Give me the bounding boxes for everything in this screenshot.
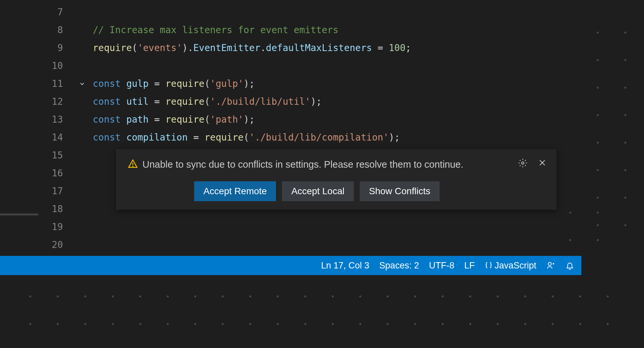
- code-line[interactable]: 7: [0, 3, 644, 21]
- show-conflicts-button[interactable]: Show Conflicts: [360, 181, 440, 201]
- line-number: 11: [0, 75, 76, 93]
- line-number: 9: [0, 39, 76, 57]
- code-content[interactable]: const path = require('path');: [76, 111, 255, 129]
- code-line[interactable]: 14const compilation = require('./build/l…: [0, 129, 644, 146]
- decorative-dots: [557, 199, 600, 259]
- line-number: 10: [0, 57, 76, 75]
- code-line[interactable]: 10: [0, 57, 644, 75]
- braces-icon: [485, 261, 493, 269]
- decorative-dots: [17, 283, 623, 342]
- line-number: 14: [0, 129, 76, 146]
- code-line[interactable]: 19: [0, 218, 644, 236]
- bell-icon[interactable]: [565, 261, 574, 270]
- line-number: 20: [0, 236, 76, 254]
- encoding[interactable]: UTF-8: [429, 261, 455, 271]
- code-line[interactable]: 20: [0, 236, 644, 254]
- feedback-icon[interactable]: [546, 261, 556, 270]
- code-content[interactable]: const gulp = require('gulp');: [76, 75, 255, 93]
- code-content[interactable]: // Increase max listeners for event emit…: [76, 21, 339, 39]
- code-editor[interactable]: 78// Increase max listeners for event em…: [0, 0, 644, 254]
- indentation[interactable]: Spaces: 2: [379, 261, 419, 271]
- accept-local-button[interactable]: Accept Local: [282, 181, 353, 201]
- notification-message: Unable to sync due to conflicts in setti…: [142, 158, 513, 171]
- warning-icon: [128, 159, 138, 170]
- line-number: 8: [0, 21, 76, 39]
- code-line[interactable]: 11const gulp = require('gulp');: [0, 75, 644, 93]
- line-number: 12: [0, 93, 76, 111]
- line-number: 7: [0, 3, 76, 21]
- sync-conflict-notification: Unable to sync due to conflicts in setti…: [116, 149, 557, 210]
- code-line[interactable]: 13const path = require('path');: [0, 111, 644, 129]
- code-line[interactable]: 9require('events').EventEmitter.defaultM…: [0, 39, 644, 57]
- code-content[interactable]: require('events').EventEmitter.defaultMa…: [76, 39, 411, 57]
- line-number: 18: [0, 200, 76, 218]
- editor-container: 78// Increase max listeners for event em…: [0, 0, 644, 348]
- code-line[interactable]: 8// Increase max listeners for event emi…: [0, 21, 644, 39]
- svg-point-5: [548, 262, 551, 265]
- code-content[interactable]: const compilation = require('./build/lib…: [76, 129, 400, 146]
- accept-remote-button[interactable]: Accept Remote: [194, 181, 276, 201]
- line-number: 19: [0, 218, 76, 236]
- line-number: 13: [0, 111, 76, 129]
- close-icon[interactable]: [538, 158, 547, 168]
- line-number: 15: [0, 146, 76, 164]
- chevron-down-icon[interactable]: [78, 80, 86, 88]
- language-label: JavaScript: [495, 261, 536, 271]
- svg-point-2: [522, 162, 524, 164]
- notification-actions: Accept Remote Accept Local Show Conflict…: [194, 181, 547, 201]
- line-number: 17: [0, 182, 76, 200]
- line-number: 16: [0, 164, 76, 182]
- end-of-line[interactable]: LF: [464, 261, 475, 271]
- notification-header: Unable to sync due to conflicts in setti…: [128, 158, 547, 171]
- gear-icon[interactable]: [518, 158, 527, 169]
- cursor-position[interactable]: Ln 17, Col 3: [321, 261, 369, 271]
- code-line[interactable]: 12const util = require('./build/lib/util…: [0, 93, 644, 111]
- code-content[interactable]: const util = require('./build/lib/util')…: [76, 93, 322, 111]
- svg-point-1: [133, 166, 133, 166]
- status-bar: Ln 17, Col 3 Spaces: 2 UTF-8 LF JavaScri…: [0, 256, 581, 275]
- language-mode[interactable]: JavaScript: [485, 261, 536, 271]
